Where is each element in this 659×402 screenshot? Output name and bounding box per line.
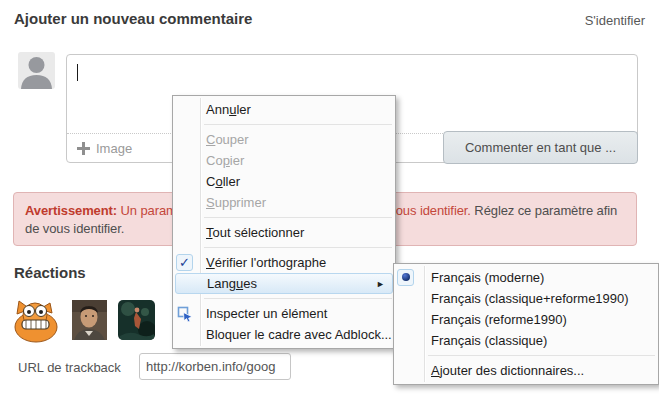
menu-item-tout-selectionner-label: Tout sélectionner [206, 225, 304, 240]
submenu-item-francais-classique-label: Français (classique) [431, 333, 547, 348]
reactions-title: Réactions [14, 264, 86, 281]
person-silhouette-icon [18, 52, 55, 89]
text-caret [77, 64, 78, 81]
comment-as-button[interactable]: Commenter en tant que ... [443, 131, 638, 164]
menu-item-couper-label: Couper [206, 132, 249, 147]
submenu-item-francais-classique-reforme1990[interactable]: Français (classique+reforme1990) [394, 288, 658, 309]
fantasy-art-image [118, 300, 155, 340]
cat-cartoon-image [13, 300, 58, 343]
submenu-item-francais-classique-reforme1990-label: Français (classique+reforme1990) [431, 291, 629, 306]
menu-item-verifier-orthographe-label: Vérifier l'orthographe [206, 255, 326, 270]
menu-item-langues[interactable]: Langues► [175, 273, 393, 294]
menu-item-inspecter-element[interactable]: Inspecter un élément [173, 303, 395, 324]
trackback-label: URL de trackback [18, 360, 121, 375]
page-title: Ajouter un nouveau commentaire [14, 10, 252, 27]
checkmark-icon: ✓ [179, 256, 190, 269]
submenu-item-francais-reforme1990[interactable]: Français (reforme1990) [394, 309, 658, 330]
submenu-item-francais-classique[interactable]: Français (classique) [394, 330, 658, 351]
reaction-avatar-fantasy[interactable] [118, 300, 155, 340]
menu-separator [204, 247, 392, 248]
checked-indicator: ✓ [176, 254, 193, 271]
menu-item-bloquer-adblock-label: Bloquer le cadre avec Adblock... [206, 327, 392, 342]
menu-item-supprimer: Supprimer [173, 192, 395, 213]
menu-item-inspecter-element-label: Inspecter un élément [206, 306, 327, 321]
menu-separator [204, 217, 392, 218]
inspector-icon-wrap [177, 306, 193, 322]
reaction-avatar-cat[interactable] [13, 300, 58, 343]
signin-link[interactable]: S'identifier [585, 13, 645, 28]
menu-item-couper: Couper [173, 129, 395, 150]
attach-image-button[interactable]: Image [77, 141, 132, 156]
submenu-item-francais-reforme1990-label: Français (reforme1990) [431, 312, 567, 327]
menu-item-annuler[interactable]: Annuler [173, 99, 395, 120]
trackback-url-input[interactable] [139, 353, 291, 380]
language-submenu: Français (moderne)Français (classique+re… [393, 263, 659, 385]
submenu-item-ajouter-dictionnaires-label: Ajouter des dictionnaires... [431, 363, 584, 378]
menu-item-langues-label: Langues [207, 276, 257, 291]
radio-dot-icon [402, 273, 410, 281]
attach-image-label: Image [96, 141, 132, 156]
user-avatar-placeholder [18, 52, 55, 89]
menu-item-coller-label: Coller [206, 174, 240, 189]
submenu-item-francais-moderne[interactable]: Français (moderne) [394, 267, 658, 288]
menu-item-supprimer-label: Supprimer [206, 195, 266, 210]
menu-item-copier-label: Copier [206, 153, 244, 168]
menu-item-bloquer-adblock[interactable]: Bloquer le cadre avec Adblock... [173, 324, 395, 345]
menu-separator [428, 355, 655, 356]
warning-prefix: Avertissement: [25, 203, 117, 218]
menu-item-coller[interactable]: Coller [173, 171, 395, 192]
plus-icon [77, 142, 90, 155]
menu-separator [204, 298, 392, 299]
menu-separator [204, 124, 392, 125]
menu-item-verifier-orthographe[interactable]: ✓Vérifier l'orthographe [173, 252, 395, 273]
menu-item-annuler-label: Annuler [206, 102, 251, 117]
context-menu: AnnulerCouperCopierCollerSupprimerTout s… [172, 95, 396, 349]
submenu-item-ajouter-dictionnaires[interactable]: Ajouter des dictionnaires... [394, 360, 658, 381]
man-photo-image [72, 300, 107, 340]
reaction-avatar-man[interactable] [72, 300, 107, 340]
warning-text-line2: de vous identifier. [25, 221, 124, 236]
menu-item-copier: Copier [173, 150, 395, 171]
inspector-icon [177, 306, 193, 322]
menu-item-tout-selectionner[interactable]: Tout sélectionner [173, 222, 395, 243]
submenu-arrow-icon: ► [376, 279, 385, 289]
selected-radio-indicator [397, 269, 414, 286]
submenu-item-francais-moderne-label: Français (moderne) [431, 270, 544, 285]
warning-dark-text: Réglez ce paramètre afin [471, 203, 617, 218]
comment-section: Ajouter un nouveau commentaire S'identif… [0, 0, 659, 402]
